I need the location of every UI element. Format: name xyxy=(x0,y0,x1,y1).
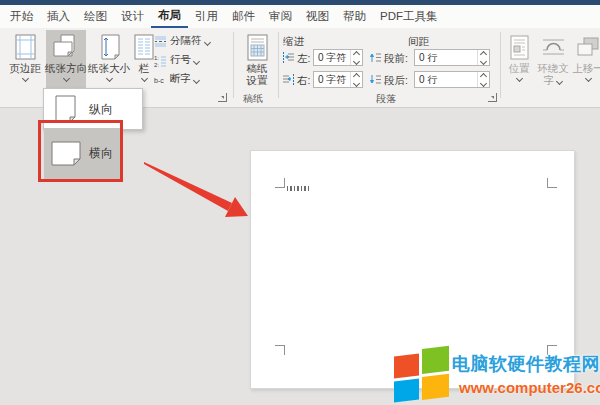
tab-references[interactable]: 引用 xyxy=(188,5,225,28)
group-divider xyxy=(278,32,279,98)
paper-size-icon xyxy=(99,32,120,62)
margins-label: 页边距 xyxy=(9,63,41,74)
paper-size-label: 纸张大小 xyxy=(88,63,130,74)
space-after-value: 0 行 xyxy=(415,73,477,87)
manuscript-settings-icon xyxy=(247,32,268,62)
chevron-down-icon xyxy=(584,75,591,82)
paper-size-button[interactable]: 纸张大小 xyxy=(88,30,130,90)
tab-help[interactable]: 帮助 xyxy=(336,5,373,28)
wrap-text-label-line1: 环绕文 xyxy=(537,63,569,74)
space-before-input[interactable]: 0 行 xyxy=(414,49,490,66)
orientation-label: 纸张方向 xyxy=(45,63,87,74)
line-numbers-label: 行号 xyxy=(170,53,191,67)
chevron-down-icon xyxy=(21,75,28,82)
annotation-red-box xyxy=(38,120,123,182)
space-after-input[interactable]: 0 行 xyxy=(414,71,490,88)
watermark-site-url: www.computer26.com xyxy=(459,379,599,396)
margins-icon xyxy=(15,32,36,62)
tab-insert[interactable]: 插入 xyxy=(40,5,77,28)
position-icon xyxy=(510,32,529,62)
paragraph-dialog-launcher[interactable] xyxy=(488,93,497,102)
logo-tile-yellow xyxy=(422,374,449,400)
logo-tile-blue xyxy=(394,378,419,402)
tab-layout[interactable]: 布局 xyxy=(151,5,188,28)
hyphenation-button[interactable]: b-c 断字 xyxy=(154,71,199,87)
tab-review[interactable]: 审阅 xyxy=(262,5,299,28)
columns-label: 栏 xyxy=(139,63,150,74)
logo-tile-green xyxy=(422,346,449,374)
space-before-value: 0 行 xyxy=(415,51,477,65)
tab-draw[interactable]: 绘图 xyxy=(77,5,114,28)
bring-forward-label: 上移一 xyxy=(572,63,600,74)
svg-text:2:: 2: xyxy=(154,62,159,67)
portrait-option[interactable]: 纵向 xyxy=(89,101,113,118)
svg-text:1:: 1: xyxy=(154,55,159,61)
spinner-icon[interactable] xyxy=(477,72,489,87)
crop-mark-top-left-icon xyxy=(275,178,285,188)
svg-text:b-c: b-c xyxy=(154,77,164,84)
position-label: 位置 xyxy=(509,63,530,74)
space-before-label: 段前: xyxy=(384,52,408,66)
logo-tile-red xyxy=(394,353,419,378)
indent-right-input[interactable]: 0 字符 xyxy=(313,71,363,88)
indent-left-value: 0 字符 xyxy=(314,51,350,65)
chevron-down-icon xyxy=(105,75,112,82)
bring-forward-icon xyxy=(577,32,599,62)
tab-view[interactable]: 视图 xyxy=(299,5,336,28)
space-before-icon xyxy=(369,51,382,64)
watermark-site-name: 电脑软硬件教程网 xyxy=(452,352,598,376)
manuscript-label-line2: 设置 xyxy=(247,75,268,86)
wrap-text-button[interactable]: 环绕文 字 xyxy=(536,30,570,90)
space-after-icon xyxy=(369,73,382,86)
spinner-icon[interactable] xyxy=(477,50,489,65)
breaks-button[interactable]: 分隔符 xyxy=(154,33,210,49)
position-button[interactable]: 位置 xyxy=(504,30,534,90)
crop-mark-top-right-icon xyxy=(547,178,557,188)
crop-mark-bottom-left-icon xyxy=(275,345,285,355)
orientation-icon xyxy=(53,32,79,62)
paragraph-group-label: 段落 xyxy=(281,92,491,106)
chevron-down-icon xyxy=(203,38,210,45)
line-numbers-icon: 1:2: xyxy=(154,54,167,67)
indent-section-label: 缩进 xyxy=(283,35,304,49)
chevron-down-icon xyxy=(62,75,69,82)
indent-left-label: 左: xyxy=(297,52,310,66)
line-numbers-button[interactable]: 1:2: 行号 xyxy=(154,52,199,68)
chevron-down-icon xyxy=(556,78,563,85)
manuscript-group-label: 稿纸 xyxy=(243,92,263,106)
menu-bar: 开始 插入 绘图 设计 布局 引用 邮件 审阅 视图 帮助 PDF工具集 xyxy=(0,5,600,28)
chevron-down-icon xyxy=(515,75,522,82)
document-text-placeholder xyxy=(287,186,311,191)
tab-design[interactable]: 设计 xyxy=(114,5,151,28)
watermark-windows-logo-icon xyxy=(394,345,452,404)
orientation-button[interactable]: 纸张方向 xyxy=(46,30,86,90)
tab-pdf-tools[interactable]: PDF工具集 xyxy=(373,5,445,28)
group-divider xyxy=(500,32,501,98)
wrap-text-label-line2: 字 xyxy=(544,74,555,86)
bring-forward-button[interactable]: 上移一 xyxy=(571,30,600,90)
chevron-down-icon xyxy=(140,75,147,82)
indent-right-icon xyxy=(282,73,295,86)
indent-left-icon xyxy=(282,51,295,64)
page-setup-dialog-launcher[interactable] xyxy=(218,93,227,102)
margins-button[interactable]: 页边距 xyxy=(6,30,44,90)
chevron-down-icon xyxy=(193,76,200,83)
portrait-page-icon xyxy=(55,95,76,123)
breaks-icon xyxy=(154,35,167,48)
indent-right-value: 0 字符 xyxy=(314,73,350,87)
manuscript-settings-button[interactable]: 稿纸 设置 xyxy=(237,30,277,90)
indent-left-input[interactable]: 0 字符 xyxy=(313,49,363,66)
group-divider xyxy=(233,32,234,98)
hyphenation-icon: b-c xyxy=(154,73,167,86)
spinner-icon[interactable] xyxy=(350,72,362,87)
columns-icon xyxy=(134,32,154,62)
breaks-label: 分隔符 xyxy=(170,34,202,48)
chevron-down-icon xyxy=(193,57,200,64)
spinner-icon[interactable] xyxy=(350,50,362,65)
manuscript-label-line1: 稿纸 xyxy=(247,63,268,74)
space-after-label: 段后: xyxy=(384,74,408,88)
wrap-text-icon xyxy=(541,32,566,62)
indent-right-label: 右: xyxy=(297,74,310,88)
tab-home[interactable]: 开始 xyxy=(3,5,40,28)
tab-mailings[interactable]: 邮件 xyxy=(225,5,262,28)
